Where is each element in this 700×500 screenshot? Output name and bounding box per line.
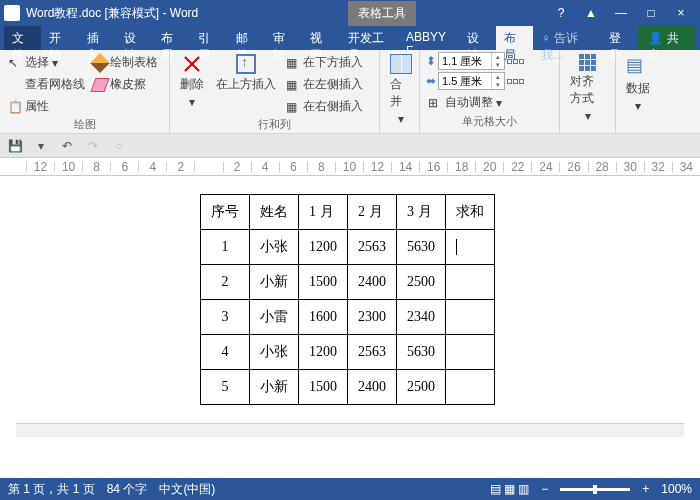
document-area[interactable]: 序号姓名1 月2 月3 月求和 1小张1200256356302小新150024… [0, 176, 700, 476]
table-cell[interactable]: 5630 [397, 335, 446, 370]
tell-me[interactable]: ♀ 告诉我... [533, 26, 601, 50]
tab-mailings[interactable]: 邮件 [228, 26, 265, 50]
row-height-input[interactable]: ▴▾ [438, 52, 505, 70]
table-cell[interactable]: 3 [201, 300, 250, 335]
tab-developer[interactable]: 开发工具 [340, 26, 399, 50]
zoom-slider[interactable] [560, 488, 630, 491]
table-cell[interactable]: 1200 [299, 230, 348, 265]
zoom-in-button[interactable]: + [642, 482, 649, 496]
repeat-button[interactable]: ○ [110, 137, 128, 155]
insert-above-button[interactable]: 在上方插入 [212, 52, 280, 95]
undo-button[interactable]: ↶ [58, 137, 76, 155]
table-header-cell[interactable]: 求和 [446, 195, 495, 230]
table-cell[interactable]: 小新 [250, 370, 299, 405]
tab-design[interactable]: 设计 [116, 26, 153, 50]
close-button[interactable]: × [666, 0, 696, 26]
insert-left-button[interactable]: ▦在左侧插入 [284, 74, 365, 95]
insert-below-button[interactable]: ▦在下方插入 [284, 52, 365, 73]
table-cell[interactable]: 小新 [250, 265, 299, 300]
table-cell[interactable] [446, 230, 495, 265]
table-cell[interactable]: 2400 [348, 265, 397, 300]
table-cell[interactable]: 2500 [397, 370, 446, 405]
view-gridlines-button[interactable]: 查看网格线 [6, 74, 87, 95]
tab-table-layout[interactable]: 布局 [496, 26, 533, 50]
table-cell[interactable] [446, 370, 495, 405]
col-width-value[interactable] [439, 75, 491, 87]
select-button[interactable]: ↖选择▾ [6, 52, 87, 73]
table-cell[interactable]: 2400 [348, 370, 397, 405]
horizontal-ruler[interactable]: 12108642246810121416182022242628303234 [0, 158, 700, 176]
table-cell[interactable]: 2 [201, 265, 250, 300]
data-table[interactable]: 序号姓名1 月2 月3 月求和 1小张1200256356302小新150024… [200, 194, 495, 405]
table-header-cell[interactable]: 序号 [201, 195, 250, 230]
data-button[interactable]: ▤数据▾ [622, 52, 654, 115]
alignment-button[interactable]: 对齐方式▾ [566, 52, 609, 125]
col-width-input[interactable]: ▴▾ [438, 72, 505, 90]
share-button[interactable]: 👤 共享 [638, 26, 696, 50]
page-indicator[interactable]: 第 1 页，共 1 页 [8, 481, 95, 498]
spin-up-icon[interactable]: ▴ [492, 73, 504, 81]
table-cell[interactable]: 小张 [250, 230, 299, 265]
table-cell[interactable] [446, 335, 495, 370]
table-cell[interactable] [446, 265, 495, 300]
table-cell[interactable]: 1500 [299, 370, 348, 405]
qat-dropdown[interactable]: ▾ [32, 137, 50, 155]
table-cell[interactable]: 1200 [299, 335, 348, 370]
tab-home[interactable]: 开始 [41, 26, 78, 50]
tab-layout[interactable]: 布局 [153, 26, 190, 50]
tab-insert[interactable]: 插入 [79, 26, 116, 50]
table-cell[interactable]: 2563 [348, 230, 397, 265]
table-cell[interactable]: 5630 [397, 230, 446, 265]
merge-button[interactable]: 合并▾ [386, 52, 416, 128]
table-header-cell[interactable]: 1 月 [299, 195, 348, 230]
spin-up-icon[interactable]: ▴ [492, 53, 504, 61]
table-cell[interactable]: 小张 [250, 335, 299, 370]
language-indicator[interactable]: 中文(中国) [159, 481, 215, 498]
tab-abbyy[interactable]: ABBYY F [398, 26, 459, 50]
table-cell[interactable]: 1600 [299, 300, 348, 335]
minimize-button[interactable]: — [606, 0, 636, 26]
maximize-button[interactable]: □ [636, 0, 666, 26]
word-count[interactable]: 84 个字 [107, 481, 148, 498]
tab-file[interactable]: 文件 [4, 26, 41, 50]
draw-table-button[interactable]: 绘制表格 [91, 52, 160, 73]
tab-table-design[interactable]: 设计 [459, 26, 496, 50]
table-cell[interactable] [446, 300, 495, 335]
table-cell[interactable]: 4 [201, 335, 250, 370]
eraser-button[interactable]: 橡皮擦 [91, 74, 160, 95]
save-button[interactable]: 💾 [6, 137, 24, 155]
table-cell[interactable]: 2500 [397, 265, 446, 300]
table-header-cell[interactable]: 2 月 [348, 195, 397, 230]
zoom-out-button[interactable]: − [541, 482, 548, 496]
zoom-level[interactable]: 100% [661, 482, 692, 496]
table-cell[interactable]: 2300 [348, 300, 397, 335]
table-cell[interactable]: 2340 [397, 300, 446, 335]
table-cell[interactable]: 5 [201, 370, 250, 405]
table-header-cell[interactable]: 姓名 [250, 195, 299, 230]
ribbon-toggle-icon[interactable]: ▲ [576, 0, 606, 26]
table-cell[interactable]: 1 [201, 230, 250, 265]
properties-button[interactable]: 📋属性 [6, 96, 87, 117]
table-header-row: 序号姓名1 月2 月3 月求和 [201, 195, 495, 230]
table-cell[interactable]: 小雷 [250, 300, 299, 335]
tab-review[interactable]: 审阅 [265, 26, 302, 50]
distribute-rows-button[interactable] [507, 59, 524, 64]
tab-references[interactable]: 引用 [190, 26, 227, 50]
table-header-cell[interactable]: 3 月 [397, 195, 446, 230]
spin-down-icon[interactable]: ▾ [492, 61, 504, 69]
spin-down-icon[interactable]: ▾ [492, 81, 504, 89]
horizontal-scrollbar[interactable] [16, 423, 684, 437]
ruler-tick: 34 [672, 162, 700, 172]
help-icon[interactable]: ? [546, 0, 576, 26]
tab-view[interactable]: 视图 [302, 26, 339, 50]
table-cell[interactable]: 2563 [348, 335, 397, 370]
view-buttons[interactable]: ▤ ▦ ▥ [490, 482, 530, 496]
login-button[interactable]: 登录 [601, 26, 638, 50]
autofit-button[interactable]: ⊞自动调整▾ [426, 92, 524, 113]
redo-button[interactable]: ↷ [84, 137, 102, 155]
table-cell[interactable]: 1500 [299, 265, 348, 300]
distribute-cols-button[interactable] [507, 79, 524, 84]
delete-button[interactable]: 删除▾ [176, 52, 208, 111]
row-height-value[interactable] [439, 55, 491, 67]
insert-right-button[interactable]: ▦在右侧插入 [284, 96, 365, 117]
